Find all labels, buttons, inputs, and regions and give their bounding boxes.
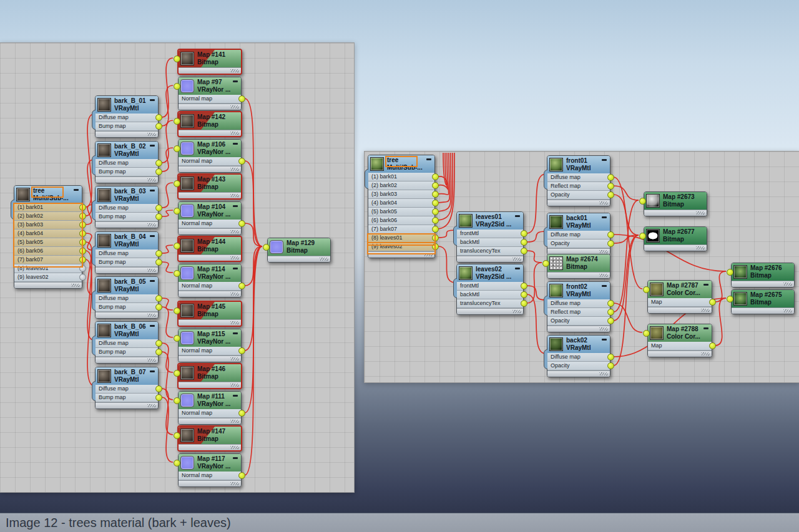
- slot-9-leaves02[interactable]: (9) leaves02: [14, 273, 82, 282]
- input-socket[interactable]: [174, 180, 180, 187]
- slot-diffuse-map[interactable]: Diffuse map: [96, 114, 158, 122]
- slot-3-bark03[interactable]: (3) bark03: [14, 221, 82, 230]
- minimize-icon[interactable]: [515, 268, 520, 269]
- slot-backmtl[interactable]: backMtl: [457, 291, 523, 299]
- slot-7-bark07[interactable]: (7) bark07: [14, 256, 82, 264]
- node-header[interactable]: bark_B_03VRayMtl: [96, 186, 158, 204]
- node-bark-b-04-bark4[interactable]: bark_B_04VRayMtlDiffuse mapBump map: [95, 231, 159, 274]
- input-socket[interactable]: [639, 198, 646, 205]
- slot-normal-map[interactable]: Normal map: [179, 220, 241, 228]
- slot-4-bark04[interactable]: (4) bark04: [368, 199, 434, 208]
- output-socket[interactable]: [155, 385, 162, 392]
- minimize-icon[interactable]: [426, 158, 431, 160]
- slot-translucencytex[interactable]: translucencyTex: [457, 299, 523, 308]
- slot-2-bark02[interactable]: (2) bark02: [368, 181, 434, 190]
- input-socket[interactable]: [174, 335, 180, 342]
- input-socket[interactable]: [643, 330, 650, 337]
- slot-1-bark01[interactable]: (1) bark01: [14, 203, 82, 212]
- output-socket[interactable]: [79, 248, 86, 254]
- node-map-143-bm143[interactable]: Map #143Bitmap: [177, 173, 242, 200]
- resize-grip-icon[interactable]: [230, 482, 239, 485]
- node-map-114-vn114[interactable]: Map #114VRayNor ...Normal map: [178, 264, 242, 297]
- node-front01-front01[interactable]: front01VRayMtlDiffuse mapReflect mapOpac…: [547, 155, 610, 206]
- output-socket[interactable]: [155, 394, 162, 401]
- input-socket[interactable]: [174, 56, 180, 62]
- node-map-97-vn97[interactable]: Map #97VRayNor ...Normal map: [178, 77, 242, 110]
- output-socket[interactable]: [521, 239, 527, 246]
- node-header[interactable]: treeMulti/Sub-...: [368, 155, 434, 173]
- output-socket[interactable]: [521, 283, 527, 289]
- resize-grip-icon[interactable]: [230, 420, 239, 423]
- input-socket[interactable]: [174, 460, 180, 467]
- slot-bump-map[interactable]: Bump map: [96, 348, 158, 357]
- slot-bump-map[interactable]: Bump map: [96, 394, 158, 402]
- slot-map[interactable]: Map: [648, 298, 712, 307]
- node-header[interactable]: Map #2787Color Cor...: [648, 281, 712, 298]
- slot-bump-map[interactable]: Bump map: [96, 258, 158, 267]
- slot-bump-map[interactable]: Bump map: [96, 168, 158, 177]
- node-header[interactable]: Map #146Bitmap: [179, 364, 241, 382]
- slot-opacity[interactable]: Opacity: [547, 239, 610, 248]
- resize-grip-icon[interactable]: [147, 314, 156, 317]
- node-header[interactable]: bark_B_07VRayMtl: [96, 367, 158, 385]
- slot-5-bark05[interactable]: (5) bark05: [14, 238, 82, 247]
- resize-grip-icon[interactable]: [147, 359, 156, 362]
- output-socket[interactable]: [521, 230, 527, 237]
- node-map-142-bm142[interactable]: Map #142Bitmap: [177, 111, 242, 137]
- output-socket[interactable]: [709, 299, 716, 306]
- slot-translucencytex[interactable]: translucencyTex: [457, 247, 523, 256]
- slot-8-leaves01[interactable]: (8) leaves01: [368, 234, 434, 243]
- output-socket[interactable]: [432, 200, 439, 206]
- node-map-2676-map2676[interactable]: Map #2676Bitmap: [731, 263, 795, 288]
- node-header[interactable]: Map #147Bitmap: [179, 427, 241, 444]
- slot-frontmtl[interactable]: frontMtl: [457, 282, 523, 291]
- node-tree-treeR[interactable]: treeMulti/Sub-...(1) bark01(2) bark02(3)…: [368, 155, 435, 258]
- slot-normal-map[interactable]: Normal map: [179, 347, 241, 355]
- resize-grip-icon[interactable]: [230, 321, 239, 324]
- resize-grip-icon[interactable]: [320, 258, 328, 261]
- output-socket[interactable]: [607, 362, 614, 369]
- node-map-129-map129[interactable]: Map #129Bitmap: [267, 238, 331, 263]
- output-socket[interactable]: [155, 349, 162, 355]
- slot-opacity[interactable]: Opacity: [547, 191, 610, 200]
- minimize-icon[interactable]: [150, 190, 155, 191]
- input-socket[interactable]: [174, 370, 180, 377]
- slot-6-bark06[interactable]: (6) bark06: [368, 216, 434, 225]
- output-socket[interactable]: [155, 205, 162, 211]
- node-back01-back01[interactable]: back01VRayMtlDiffuse mapOpacity: [547, 213, 610, 255]
- resize-grip-icon[interactable]: [230, 194, 239, 197]
- node-header[interactable]: Map #2674Bitmap: [547, 254, 610, 272]
- slot-map[interactable]: Map: [648, 342, 712, 351]
- minimize-icon[interactable]: [602, 339, 607, 341]
- slot-diffuse-map[interactable]: Diffuse map: [547, 299, 610, 308]
- minimize-icon[interactable]: [602, 159, 607, 161]
- output-socket[interactable]: [607, 240, 614, 247]
- input-socket[interactable]: [174, 397, 180, 404]
- output-socket[interactable]: [432, 208, 439, 215]
- minimize-icon[interactable]: [233, 268, 238, 269]
- slot-diffuse-map[interactable]: Diffuse map: [547, 353, 610, 362]
- resize-grip-icon[interactable]: [696, 211, 705, 215]
- node-header[interactable]: Map #2675Bitmap: [732, 290, 794, 307]
- output-socket[interactable]: [607, 354, 614, 360]
- node-header[interactable]: Map #144Bitmap: [179, 237, 241, 254]
- node-header[interactable]: bark_B_04VRayMtl: [96, 232, 158, 249]
- minimize-icon[interactable]: [703, 327, 708, 329]
- output-socket[interactable]: [521, 300, 527, 307]
- slot-diffuse-map[interactable]: Diffuse map: [96, 385, 158, 394]
- node-map-2673-map2673[interactable]: Map #2673Bitmap: [644, 191, 707, 216]
- node-header[interactable]: back01VRayMtl: [547, 213, 610, 231]
- output-socket[interactable]: [709, 342, 716, 349]
- slot-normal-map[interactable]: Normal map: [179, 282, 241, 291]
- node-header[interactable]: treeMulti/Sub-...: [14, 186, 82, 203]
- node-bark-b-03-bark3[interactable]: bark_B_03VRayMtlDiffuse mapBump map: [95, 186, 159, 228]
- input-socket[interactable]: [263, 244, 270, 251]
- input-socket[interactable]: [643, 286, 650, 293]
- resize-grip-icon[interactable]: [599, 327, 608, 331]
- resize-grip-icon[interactable]: [230, 357, 239, 360]
- output-socket[interactable]: [79, 256, 86, 263]
- resize-grip-icon[interactable]: [230, 256, 239, 259]
- node-map-141-bm141[interactable]: Map #141Bitmap: [177, 49, 242, 75]
- resize-grip-icon[interactable]: [783, 283, 792, 286]
- node-map-2788-map2788[interactable]: Map #2788Color Cor...Map: [647, 324, 712, 357]
